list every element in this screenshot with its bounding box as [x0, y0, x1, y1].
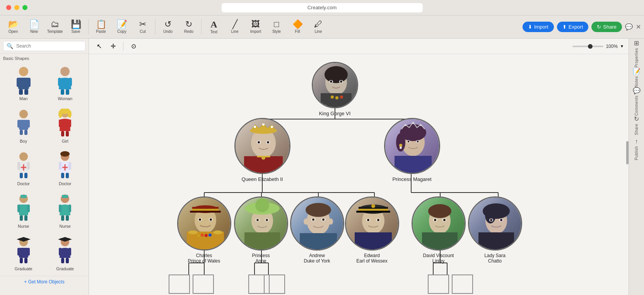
redo-button[interactable]: ↻ Redo — [179, 17, 199, 37]
import-button[interactable]: 🖼 Import — [246, 17, 266, 37]
fill-button[interactable]: 🔶 Fill — [287, 17, 307, 37]
line-button[interactable]: ╱ Line — [225, 17, 245, 37]
shape-graduate-f-figure — [51, 235, 79, 266]
scrollbar[interactable] — [626, 141, 629, 164]
margaret-label: Princess Magaret — [392, 176, 431, 182]
share-btn[interactable]: ↻ Share — [591, 22, 622, 32]
copy-button[interactable]: 📝 Copy — [112, 17, 132, 37]
node-anne[interactable]: Princess Anne — [234, 196, 288, 264]
svg-point-107 — [340, 95, 343, 99]
node-margaret[interactable]: Princess Magaret — [384, 118, 440, 182]
nurse-m-figure — [10, 193, 37, 224]
svg-point-204 — [500, 219, 502, 221]
svg-point-0 — [19, 67, 28, 76]
sidebar-comments[interactable]: 💬 Comments — [630, 90, 644, 113]
minimize-button[interactable] — [14, 5, 19, 10]
shape-doctor-f[interactable]: Doctor — [46, 148, 85, 188]
andrew-photo — [290, 196, 344, 251]
close-button[interactable] — [6, 5, 11, 10]
open-label: Open — [9, 29, 18, 34]
svg-rect-10 — [66, 89, 69, 95]
undo-button[interactable]: ↺ Undo — [158, 17, 178, 37]
svg-rect-21 — [59, 119, 61, 127]
pan-tool[interactable]: ✛ — [108, 41, 118, 52]
shape-woman[interactable]: Woman — [46, 63, 85, 103]
svg-point-185 — [377, 219, 379, 221]
paste-button[interactable]: 📋 Paste — [91, 17, 111, 37]
left-panel: 🔍 Basic Shapes — [0, 39, 89, 295]
zoom-dropdown[interactable]: ▼ — [620, 44, 624, 48]
insert-tools: A Text ╱ Line 🖼 Import □ Style 🔶 Fill 🖊 … — [204, 17, 328, 37]
sidebar-notes[interactable]: 📝 Notes — [630, 66, 644, 89]
new-icon: 📄 — [29, 20, 39, 29]
window-close-icon[interactable]: ✕ — [636, 23, 641, 31]
svg-point-110 — [254, 126, 256, 128]
style-button[interactable]: □ Style — [266, 17, 287, 37]
svg-point-149 — [197, 234, 200, 237]
svg-rect-32 — [24, 173, 27, 178]
chat-icon[interactable]: 💬 — [625, 23, 633, 31]
svg-point-184 — [367, 219, 369, 221]
node-queen[interactable]: Queen Elizabeth II — [234, 118, 290, 182]
line2-button[interactable]: 🖊 Line — [308, 17, 328, 37]
svg-point-166 — [306, 203, 331, 217]
zoom-slider[interactable] — [572, 46, 603, 47]
svg-point-25 — [19, 152, 28, 161]
search-input[interactable] — [16, 43, 82, 49]
shape-nurse-f[interactable]: Nurse — [46, 191, 85, 231]
svg-rect-102 — [326, 93, 346, 108]
shape-boy[interactable]: Boy — [4, 106, 43, 146]
text-button[interactable]: A Text — [204, 17, 224, 37]
svg-point-105 — [331, 95, 334, 99]
svg-rect-186 — [361, 232, 386, 251]
svg-rect-121 — [257, 156, 270, 157]
shape-boy-label: Boy — [20, 139, 27, 143]
svg-rect-8 — [69, 78, 72, 86]
sidebar-share[interactable]: ↻ Share — [630, 114, 644, 137]
svg-rect-58 — [19, 248, 28, 258]
svg-rect-60 — [27, 248, 30, 256]
import-btn[interactable]: ⬇ Import — [523, 22, 554, 32]
sidebar-properties[interactable]: ⊞ Properties — [630, 42, 644, 65]
copy-icon: 📝 — [117, 20, 127, 29]
svg-point-11 — [19, 110, 28, 118]
shape-man[interactable]: Man — [4, 63, 43, 103]
svg-rect-175 — [329, 233, 337, 248]
maximize-button[interactable] — [22, 5, 27, 10]
shape-graduate-f[interactable]: Graduate — [46, 233, 85, 273]
node-charles[interactable]: Charles Prince of Wales — [177, 196, 231, 264]
shape-girl[interactable]: Girl — [46, 106, 85, 146]
node-edward[interactable]: Edward Earl of Wessex — [345, 196, 399, 264]
node-david[interactable]: David Viscount Linley — [412, 196, 466, 264]
canvas-area[interactable]: ↖ ✛ ⊙ 100% ▼ — [89, 39, 629, 295]
svg-rect-119 — [274, 156, 283, 171]
template-button[interactable]: 🗂 Template — [45, 17, 65, 37]
svg-point-115 — [258, 141, 260, 143]
target-tool[interactable]: ⊙ — [128, 41, 139, 52]
get-more-objects[interactable]: + Get More Objects — [0, 276, 89, 288]
export-btn[interactable]: ⬆ Export — [557, 22, 589, 32]
node-sara[interactable]: Lady Sara Chatto — [468, 196, 522, 264]
svg-point-150 — [201, 234, 204, 237]
shape-nurse-m[interactable]: Nurse — [4, 191, 43, 231]
svg-point-153 — [188, 230, 198, 234]
svg-point-151 — [205, 234, 208, 237]
sidebar-publish[interactable]: ↑ Publish — [630, 138, 644, 161]
new-button[interactable]: 📄 New — [24, 17, 44, 37]
svg-rect-134 — [401, 156, 425, 174]
svg-rect-2 — [17, 78, 20, 87]
save-button[interactable]: 💾 Save — [66, 17, 86, 37]
svg-point-97 — [325, 66, 348, 83]
node-king[interactable]: King Gorge VI — [312, 62, 358, 116]
node-andrew[interactable]: Andrew Duke of York — [290, 196, 344, 264]
copy-label: Copy — [117, 29, 126, 34]
cut-button[interactable]: ✂ Cut — [133, 17, 153, 37]
svg-point-106 — [335, 96, 338, 99]
zoom-handle[interactable] — [588, 44, 593, 49]
svg-rect-62 — [24, 258, 27, 263]
url-bar[interactable]: Creately.com — [222, 3, 423, 12]
shape-doctor-m[interactable]: Doctor — [4, 148, 43, 188]
select-tool[interactable]: ↖ — [94, 41, 104, 52]
shape-graduate-m[interactable]: Graduate — [4, 233, 43, 273]
open-button[interactable]: 📂 Open — [3, 17, 23, 37]
